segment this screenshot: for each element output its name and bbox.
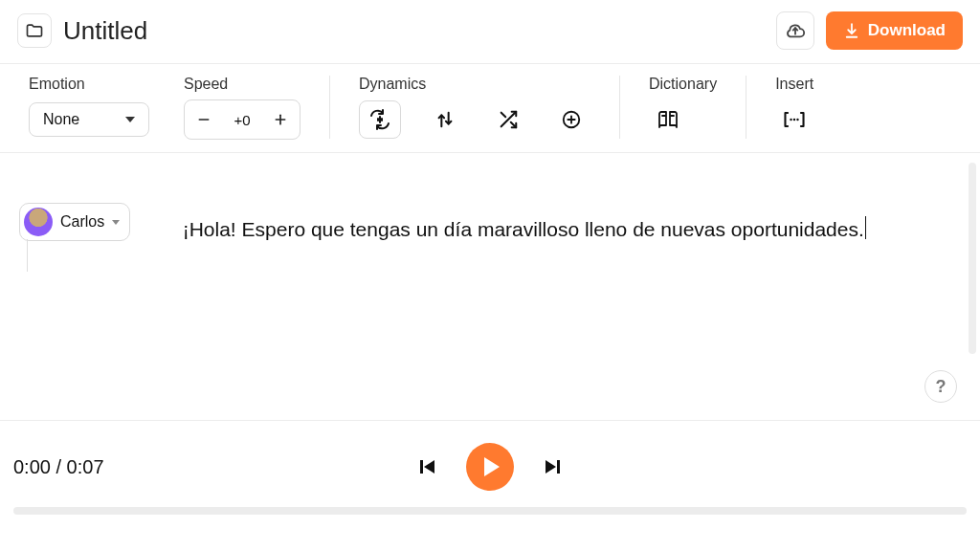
line-guide: [27, 239, 28, 272]
play-button[interactable]: [466, 443, 514, 491]
avatar: [24, 208, 53, 236]
cloud-sync-button[interactable]: [776, 11, 814, 50]
speed-decrement-button[interactable]: [185, 100, 223, 139]
toolgroup-dynamics: Dynamics: [359, 76, 590, 139]
folder-icon: [25, 21, 44, 40]
text-cursor: [865, 216, 866, 239]
toolgroup-insert: Insert: [775, 76, 813, 139]
download-icon: [843, 22, 860, 39]
pitch-icon: [434, 109, 456, 130]
play-icon: [484, 457, 500, 476]
insert-label: Insert: [775, 76, 813, 93]
svg-marker-19: [546, 460, 556, 474]
speed-label: Speed: [184, 76, 301, 93]
book-icon: [657, 108, 679, 131]
svg-point-15: [793, 119, 795, 121]
dynamics-add-button[interactable]: [552, 100, 590, 139]
emotion-select[interactable]: None: [29, 102, 149, 137]
speaker-chip[interactable]: Carlos: [19, 203, 130, 241]
dynamics-variation-button[interactable]: [489, 100, 527, 139]
chevron-down-icon: [112, 220, 120, 225]
emotion-value: None: [43, 111, 79, 128]
dynamics-label: Dynamics: [359, 76, 590, 93]
dynamics-pitch-button[interactable]: [426, 100, 464, 139]
chevron-down-icon: [125, 117, 135, 122]
header: Untitled Download: [0, 0, 980, 63]
speed-value: +0: [223, 112, 261, 128]
page-title[interactable]: Untitled: [63, 16, 147, 46]
speed-stepper: +0: [184, 99, 301, 140]
toolgroup-emotion: Emotion None: [29, 76, 149, 139]
player-row: 0:00 / 0:07: [13, 440, 967, 494]
svg-point-14: [790, 119, 791, 121]
toolgroup-speed: Speed +0: [184, 76, 301, 139]
emotion-label: Emotion: [29, 76, 149, 93]
time-sep: /: [51, 456, 67, 477]
folder-button[interactable]: [17, 13, 52, 48]
svg-rect-17: [420, 460, 423, 474]
time-current: 0:00: [13, 456, 51, 477]
header-right: Download: [776, 11, 963, 50]
separator: [746, 76, 746, 139]
time-total: 0:07: [67, 456, 104, 477]
svg-line-8: [501, 113, 506, 118]
svg-rect-20: [557, 460, 560, 474]
cloud-upload-icon: [785, 20, 806, 41]
separator: [619, 76, 620, 139]
next-button[interactable]: [537, 451, 569, 483]
progress-bar[interactable]: [13, 507, 967, 515]
speaker-name: Carlos: [60, 213, 104, 231]
insert-pause-button[interactable]: [775, 100, 813, 139]
scrollbar[interactable]: [969, 163, 976, 354]
download-button-label: Download: [868, 21, 946, 40]
speed-increment-button[interactable]: [261, 100, 300, 139]
skip-previous-icon: [415, 455, 438, 478]
help-button[interactable]: ?: [924, 370, 957, 403]
player-controls: [411, 443, 569, 491]
help-icon: ?: [936, 377, 947, 397]
download-button[interactable]: Download: [826, 11, 963, 50]
header-left: Untitled: [17, 13, 147, 48]
toolgroup-dictionary: Dictionary: [649, 76, 717, 139]
brackets-icon: [782, 109, 807, 130]
editor-area[interactable]: Carlos ¡Hola! Espero que tengas un día m…: [0, 153, 980, 421]
separator: [329, 76, 330, 139]
shuffle-icon: [498, 109, 519, 130]
svg-point-16: [796, 119, 798, 121]
player: 0:00 / 0:07: [0, 421, 980, 515]
prev-button[interactable]: [411, 451, 443, 483]
dictionary-button[interactable]: [649, 100, 687, 139]
time-display: 0:00 / 0:07: [13, 456, 104, 478]
dictionary-label: Dictionary: [649, 76, 717, 93]
dynamics-regenerate-button[interactable]: [359, 100, 401, 139]
plus-circle-icon: [561, 109, 582, 130]
toolbar: Emotion None Speed +0 Dynamics: [0, 63, 980, 153]
regenerate-icon: [368, 108, 391, 131]
skip-next-icon: [542, 455, 565, 478]
script-text[interactable]: ¡Hola! Espero que tengas un día maravill…: [183, 216, 866, 241]
script-text-content: ¡Hola! Espero que tengas un día maravill…: [183, 218, 864, 240]
svg-marker-18: [424, 460, 434, 474]
